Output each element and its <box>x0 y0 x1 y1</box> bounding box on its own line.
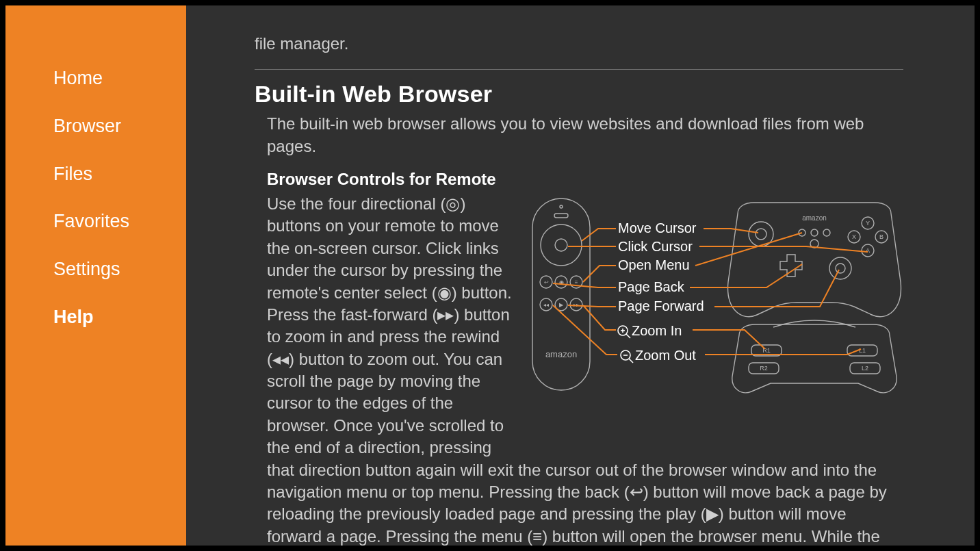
controller-brand: amazon <box>802 214 827 222</box>
svg-text:R2: R2 <box>760 365 768 372</box>
section-body-left: Use the four directional (◎) buttons on … <box>267 193 513 459</box>
svg-line-46 <box>629 359 633 363</box>
svg-point-4 <box>555 239 567 251</box>
svg-line-42 <box>626 334 630 338</box>
svg-text:▶: ▶ <box>559 302 564 308</box>
svg-point-21 <box>823 229 830 236</box>
section-body-bottom: that direction button again will exit th… <box>267 459 903 546</box>
sidebar-item-favorites[interactable]: Favorites <box>5 198 186 246</box>
svg-text:Y: Y <box>866 220 870 227</box>
svg-point-1 <box>560 205 563 208</box>
svg-rect-2 <box>554 214 568 218</box>
section-heading: Browser Controls for Remote <box>267 170 903 189</box>
svg-text:◂◂: ◂◂ <box>543 302 549 308</box>
controller-diagram: amazon ↩ ◉ ≡ ◂◂ ▶ ▸▸ <box>526 193 909 401</box>
diagram-label-move: Move Cursor <box>618 220 697 235</box>
svg-text:↩: ↩ <box>544 279 549 285</box>
help-scroll: file manager. Built-in Web Browser The b… <box>186 5 975 546</box>
svg-text:X: X <box>852 233 856 240</box>
svg-text:≡: ≡ <box>575 279 578 285</box>
diagram-label-click: Click Cursor <box>618 239 693 254</box>
help-prev-fragment: file manager. <box>255 5 903 54</box>
app-root: Home Browser Files Favorites Settings He… <box>0 0 980 551</box>
diagram-label-menu: Open Menu <box>618 257 690 272</box>
svg-text:B: B <box>879 233 884 240</box>
svg-text:A: A <box>866 247 870 254</box>
content-panel[interactable]: file manager. Built-in Web Browser The b… <box>186 5 975 546</box>
svg-rect-0 <box>532 198 590 390</box>
svg-point-3 <box>541 225 582 266</box>
page-title: Built-in Web Browser <box>255 81 903 107</box>
remote-brand: amazon <box>545 349 577 359</box>
sidebar-item-home[interactable]: Home <box>5 55 186 103</box>
section-divider <box>255 69 903 70</box>
svg-point-28 <box>836 264 845 273</box>
svg-point-18 <box>756 229 766 240</box>
diagram-label-back: Page Back <box>618 279 685 294</box>
sidebar-item-browser[interactable]: Browser <box>5 103 186 151</box>
sidebar: Home Browser Files Favorites Settings He… <box>5 5 186 546</box>
svg-point-20 <box>811 229 818 236</box>
sidebar-item-help[interactable]: Help <box>5 294 186 342</box>
page-lead: The built-in web browser allows you to v… <box>267 113 903 157</box>
svg-text:L1: L1 <box>859 347 866 354</box>
diagram-label-zoomin: Zoom In <box>632 323 682 338</box>
sidebar-item-settings[interactable]: Settings <box>5 246 186 294</box>
svg-point-27 <box>829 257 851 279</box>
diagram-label-zoomout: Zoom Out <box>635 348 696 363</box>
diagram-label-forward: Page Forward <box>618 298 704 313</box>
sidebar-item-files[interactable]: Files <box>5 151 186 198</box>
svg-text:L2: L2 <box>862 365 868 372</box>
